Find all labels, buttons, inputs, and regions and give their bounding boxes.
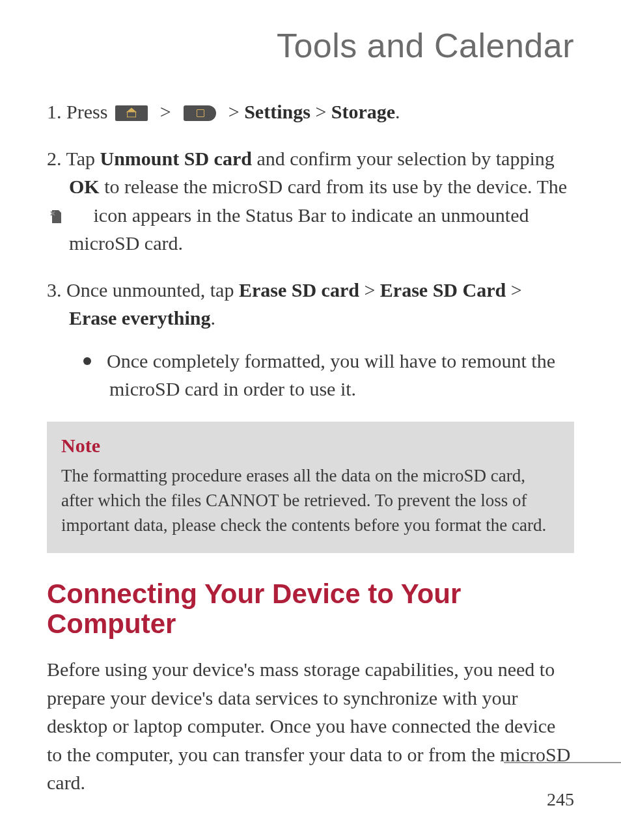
footer-rule (504, 762, 621, 763)
settings-label: Settings (244, 101, 310, 122)
step-1: 1. Press > > Settings > Storage. (47, 98, 574, 126)
separator: > (160, 101, 171, 122)
manual-page: Tools and Calendar 1. Press > > Settings… (0, 0, 621, 840)
home-button-icon (115, 105, 148, 121)
step-number: 3. (47, 279, 62, 301)
step-3-bullet: Once completely formatted, you will have… (47, 347, 574, 403)
bullet-icon (83, 357, 91, 365)
chapter-title: Tools and Calendar (47, 26, 574, 65)
step-2: 2. Tap Unmount SD card and confirm your … (47, 144, 574, 258)
section-heading: Connecting Your Device to Your Computer (47, 579, 574, 638)
erase-label-3: Erase everything (69, 307, 210, 329)
page-number: 245 (547, 789, 574, 810)
note-text: The formatting procedure erases all the … (61, 463, 560, 538)
erase-label-1: Erase SD card (239, 279, 359, 301)
erase-label-2: Erase SD Card (380, 279, 506, 301)
step-lead: Press (66, 101, 107, 122)
step-text: and confirm your selection by tapping (256, 148, 554, 169)
period: . (395, 101, 400, 122)
bullet-text: Once completely formatted, you will have… (107, 350, 555, 400)
sd-unmounted-icon (72, 204, 85, 219)
separator: > (315, 101, 326, 122)
storage-label: Storage (331, 101, 395, 122)
period: . (210, 307, 215, 329)
unmount-label: Unmount SD card (100, 148, 252, 169)
separator: > (511, 279, 522, 301)
step-lead: Once unmounted, tap (66, 279, 234, 301)
section-paragraph: Before using your device's mass storage … (47, 655, 574, 797)
ok-label: OK (69, 176, 100, 197)
step-number: 2. (47, 148, 62, 169)
step-text: to release the microSD card from its use… (104, 176, 567, 197)
step-text: icon appears in the Status Bar to indica… (69, 204, 529, 254)
note-box: Note The formatting procedure erases all… (47, 422, 574, 554)
note-title: Note (61, 435, 560, 457)
step-lead: Tap (66, 148, 95, 169)
separator: > (364, 279, 375, 301)
separator: > (228, 101, 240, 122)
step-3: 3. Once unmounted, tap Erase SD card > E… (47, 276, 574, 403)
step-number: 1. (47, 101, 62, 122)
menu-button-icon (184, 105, 216, 121)
